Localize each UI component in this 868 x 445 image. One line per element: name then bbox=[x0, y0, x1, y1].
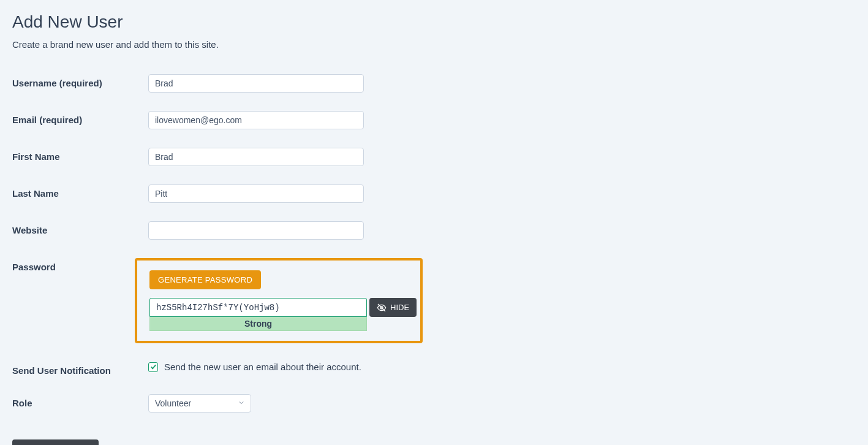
first-name-input[interactable] bbox=[148, 148, 364, 166]
first-name-label: First Name bbox=[12, 148, 148, 162]
hide-button-label: HIDE bbox=[390, 303, 409, 312]
email-label: Email (required) bbox=[12, 111, 148, 125]
website-label: Website bbox=[12, 221, 148, 235]
password-label: Password bbox=[12, 258, 148, 272]
username-label: Username (required) bbox=[12, 74, 148, 88]
eye-slash-icon bbox=[377, 303, 387, 313]
hide-password-button[interactable]: HIDE bbox=[369, 298, 417, 317]
notification-label: Send User Notification bbox=[12, 362, 148, 376]
notification-checkbox[interactable] bbox=[148, 362, 158, 372]
notification-checkbox-label: Send the new user an email about their a… bbox=[164, 362, 361, 372]
password-strength-indicator: Strong bbox=[149, 317, 367, 331]
password-section-highlight: GENERATE PASSWORD Strong HIDE bbox=[135, 258, 423, 343]
add-new-user-button[interactable]: ADD NEW USER bbox=[12, 439, 99, 445]
page-title: Add New User bbox=[12, 12, 856, 32]
website-input[interactable] bbox=[148, 221, 364, 240]
page-subtitle: Create a brand new user and add them to … bbox=[12, 39, 856, 50]
check-icon bbox=[150, 363, 157, 370]
password-input[interactable] bbox=[149, 298, 367, 317]
username-input[interactable] bbox=[148, 74, 364, 93]
last-name-label: Last Name bbox=[12, 184, 148, 199]
role-label: Role bbox=[12, 394, 148, 408]
generate-password-button[interactable]: GENERATE PASSWORD bbox=[149, 270, 261, 289]
email-input[interactable] bbox=[148, 111, 364, 129]
last-name-input[interactable] bbox=[148, 184, 364, 203]
role-select[interactable]: Volunteer bbox=[148, 394, 251, 413]
